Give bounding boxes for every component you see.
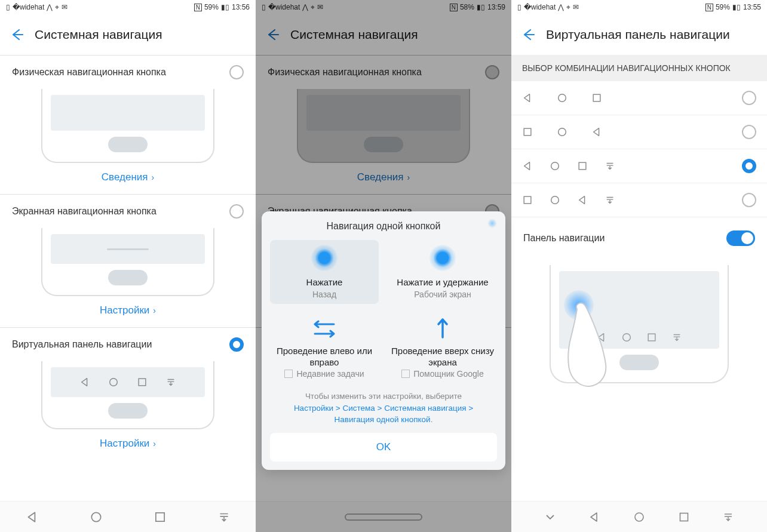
clock: 13:56 [232,3,250,11]
back-icon [522,93,533,103]
option-physical-nav[interactable]: Физическая навигационная кнопка [0,56,256,85]
nav-panel-label: Панель навигации [523,233,605,244]
combo-option-1[interactable] [511,81,767,115]
combo-radio-1[interactable] [742,91,756,105]
nav-home-icon [90,511,103,524]
radio-physical[interactable] [229,65,244,79]
gesture-tap[interactable]: Нажатие Назад [270,240,379,304]
ok-button[interactable]: OK [270,433,497,462]
nav-down-icon [217,511,231,524]
back-button[interactable] [521,27,535,42]
dialog-note: Чтобы изменить эти настройки, выберите Н… [270,390,497,426]
nav-home-icon [633,511,645,523]
battery-percent: 59% [204,3,219,11]
details-link-physical[interactable]: Сведения› [0,163,256,194]
nav-recent-icon [678,511,690,523]
app-header: Системная навигация [0,14,256,55]
combo-option-2[interactable] [511,115,767,149]
swipe-up-icon [434,316,451,340]
nav-recent-icon [154,511,167,524]
nfc-icon: N [194,4,202,11]
combo-option-3[interactable] [511,149,767,183]
dialog-title: Навигация одной кнопкой [270,221,497,232]
gesture-swipe-lr[interactable]: Проведение влево или вправо Недавние зад… [270,311,379,384]
nav-panel-switch[interactable] [726,230,755,246]
screen-system-navigation-modal: ▯�widehat⋀⌖✉ N 58%▮▯ 13:59 Системная нав… [256,0,511,532]
home-pill-icon [108,137,148,152]
nav-back-icon [588,511,600,523]
mail-icon: ✉ [62,3,68,11]
settings-link-onscreen[interactable]: Настройки› [0,296,256,327]
screen-virtual-nav-panel: ▯�widehat⋀⌖✉ N 59%▮▯ 13:55 Виртуальная п… [511,0,767,532]
combo-radio-3[interactable] [742,159,756,173]
home-icon [557,93,567,103]
nav-back-icon [26,511,39,524]
back-button[interactable] [10,27,24,42]
section-header: ВЫБОР КОМБИНАЦИИ НАВИГАЦИОННЫХ КНОПОК [511,55,767,81]
longpress-icon [429,245,456,271]
status-bar: ▯ �widehat ⋀ ⌖ ✉ N 59% ▮▯ 13:56 [0,0,256,14]
checkbox-icon [284,370,293,378]
gesture-long-press[interactable]: Нажатие и удержание Рабочий экран [388,240,497,304]
nav-chevron-down-icon [544,511,556,523]
preview-virtual [41,361,214,429]
location-icon: ⌖ [55,3,59,11]
combo-radio-2[interactable] [742,125,756,139]
radio-onscreen[interactable] [229,204,244,219]
radio-virtual[interactable] [229,337,244,352]
chevron-right-icon: › [152,173,155,182]
option-onscreen-nav[interactable]: Экранная навигационная кнопка [0,195,256,225]
settings-link-virtual[interactable]: Настройки› [0,429,256,460]
preview-physical [41,89,214,163]
recent-icon [591,93,602,103]
system-nav-bar[interactable] [511,501,767,532]
one-button-nav-dialog: Навигация одной кнопкой Нажатие Назад На… [262,211,505,470]
sim-icon: ▯ [6,3,10,11]
system-nav-bar[interactable] [0,501,256,532]
screen-system-navigation: ▯ �widehat ⋀ ⌖ ✉ N 59% ▮▯ 13:56 Системна… [0,0,256,532]
preview-virtual-panel [550,265,729,383]
nav-down-icon [722,511,734,523]
nav-panel-toggle-row[interactable]: Панель навигации [511,217,767,259]
combo-radio-4[interactable] [742,193,756,207]
option-virtual-panel[interactable]: Виртуальная панель навигации [0,328,256,358]
wifi-icon: �widehat [13,3,44,11]
combo-option-4[interactable] [511,183,767,217]
tap-icon [311,245,338,271]
swipe-lr-icon [311,318,338,340]
status-bar: ▯�widehat⋀⌖✉ N 59%▮▯ 13:55 [511,0,767,14]
battery-icon: ▮▯ [221,3,229,11]
page-title: Системная навигация [35,27,162,42]
gesture-swipe-up[interactable]: Проведение вверх снизу экрана Помощник G… [388,311,497,384]
page-title: Виртуальная панель навигации [546,27,730,42]
bt-icon: ⋀ [47,3,53,11]
indicator-dot [487,219,497,228]
preview-onscreen [41,228,214,296]
